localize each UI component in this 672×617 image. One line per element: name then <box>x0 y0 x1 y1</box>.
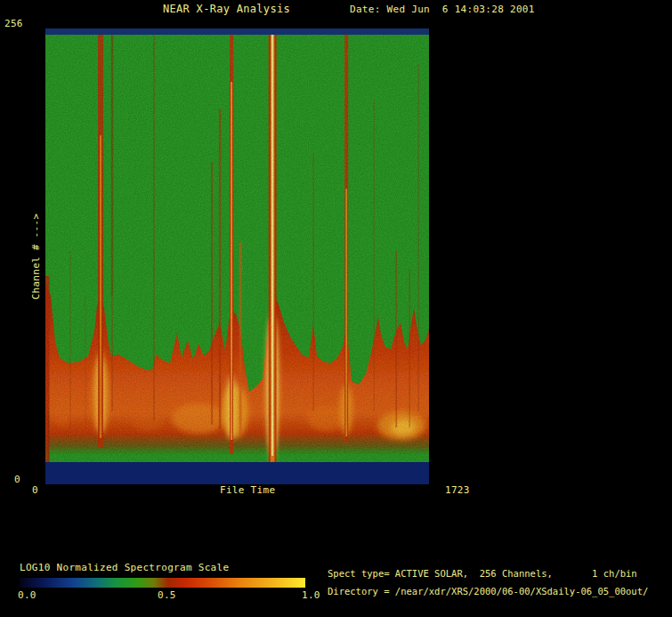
x-axis-title: File Time <box>220 485 275 496</box>
app-window: NEAR X-Ray Analysis Date: Wed Jun 6 14:0… <box>0 0 672 617</box>
colorbar-tick-max: 1.0 <box>302 590 320 601</box>
spectrogram-plot <box>45 28 429 484</box>
y-axis-max-label: 256 <box>4 19 23 29</box>
colorbar-tick-min: 0.0 <box>18 590 36 601</box>
date-label: Date: Wed Jun 6 14:03:28 2001 <box>350 4 535 15</box>
spect-type-info: Spect type= ACTIVE SOLAR, 256 Channels, … <box>328 568 637 579</box>
directory-info: Directory = /near/xdr/XRS/2000/06-00/XSd… <box>328 586 648 597</box>
spectrogram-image <box>45 28 429 484</box>
colorbar-gradient <box>20 578 305 588</box>
noise-overlay-light <box>45 35 429 462</box>
colorbar-tick-mid: 0.5 <box>158 590 176 601</box>
bottom-border-band <box>45 462 429 484</box>
y-axis-title: Channel # ---> <box>30 214 42 300</box>
page-title: NEAR X-Ray Analysis <box>163 4 290 14</box>
x-axis-min-label: 0 <box>32 485 38 496</box>
colorbar-label: LOG10 Normalized Spectrogram Scale <box>20 563 229 573</box>
top-border-band <box>45 28 429 35</box>
x-axis-max-label: 1723 <box>445 485 470 496</box>
y-axis-min-label: 0 <box>14 475 20 485</box>
